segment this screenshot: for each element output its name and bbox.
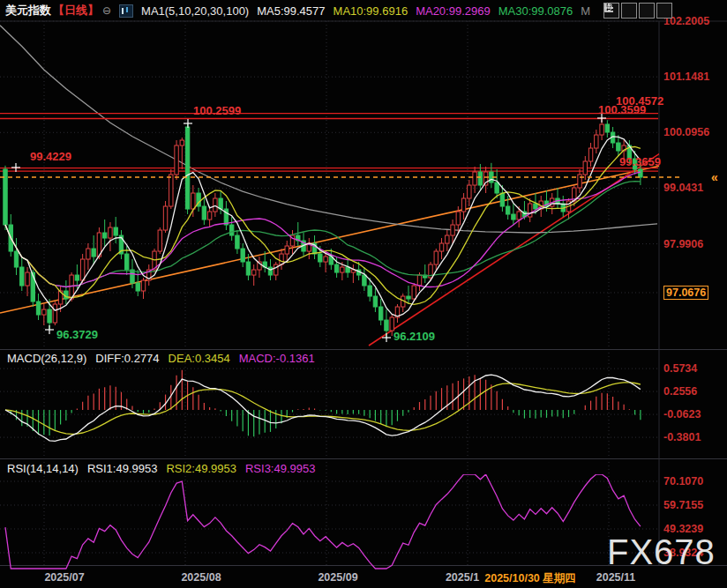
ma-settings-label[interactable]: MA1(5,10,20,30,100) — [141, 4, 249, 18]
diff-line — [5, 375, 641, 441]
trading-terminal: 美元指数【日线】⊖ MA1(5,10,20,30,100) MA5:99.457… — [0, 0, 727, 588]
shift-right-icon[interactable] — [656, 3, 672, 19]
mini-chart-icon[interactable] — [119, 4, 133, 18]
ma30-value: MA30:99.0876 — [498, 4, 573, 18]
collapse-icon[interactable]: ⊖ — [102, 4, 111, 17]
ma5-value: MA5:99.4577 — [257, 4, 325, 18]
main-chart-canvas[interactable] — [0, 0, 727, 588]
symbol-title: 美元指数 — [5, 3, 51, 19]
ma10-line — [5, 147, 641, 305]
swing-cross-marker — [597, 114, 606, 123]
dea-line — [5, 383, 641, 435]
swing-cross-marker — [382, 333, 391, 342]
gridlines — [0, 21, 727, 566]
macd-panel[interactable] — [5, 370, 641, 441]
ma100-label-truncated: M — [581, 4, 590, 18]
swing-cross-marker — [45, 325, 54, 334]
axis-zoom-out-icon[interactable] — [639, 3, 655, 19]
chart-toolbar — [603, 3, 672, 19]
ma5-line — [5, 137, 641, 316]
axis-zoom-in-icon[interactable] — [621, 3, 637, 19]
ma20-value: MA20:99.2969 — [416, 4, 491, 18]
period-label: 【日线】 — [53, 3, 99, 19]
price-panel[interactable] — [0, 26, 660, 346]
rsi-line — [5, 474, 641, 569]
ma10-value: MA10:99.6916 — [334, 4, 408, 18]
rsi-panel[interactable] — [5, 474, 641, 569]
